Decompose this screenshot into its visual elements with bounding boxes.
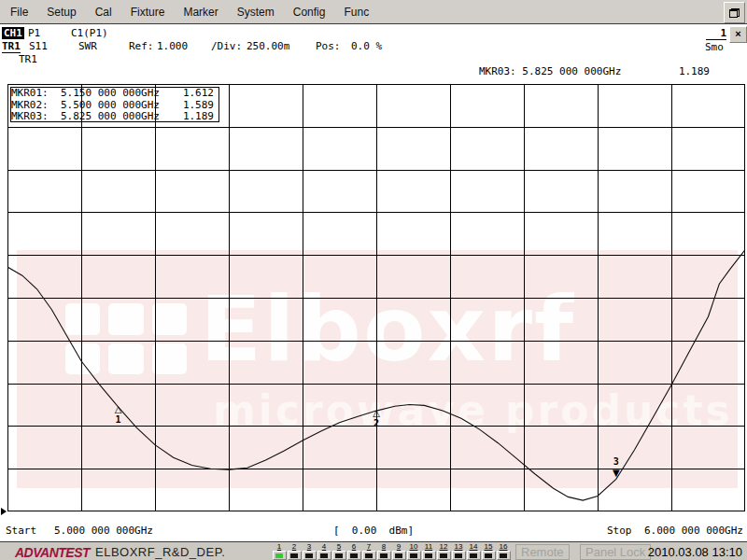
channel-8-button[interactable] xyxy=(377,551,391,560)
channel-14-button[interactable] xyxy=(467,551,481,560)
channel-9-light-icon xyxy=(395,553,402,558)
channel-2-light-icon xyxy=(290,553,298,558)
channel-2[interactable]: 2 xyxy=(287,542,302,560)
menu-item-system[interactable]: System xyxy=(234,4,277,21)
marker-2-number: 2 xyxy=(371,419,382,428)
grid-and-trace xyxy=(7,84,745,511)
menu-item-marker[interactable]: Marker xyxy=(180,4,220,21)
channel-12-number: 12 xyxy=(440,543,448,551)
menu-bar: FileSetupCalFixtureMarkerSystemConfigFun… xyxy=(0,0,747,24)
marker-3-icon[interactable]: ▼ xyxy=(611,469,622,478)
menu-item-cal[interactable]: Cal xyxy=(92,4,115,21)
channel-13-light-icon xyxy=(455,553,462,558)
trace-name-label: TR1 xyxy=(19,53,37,65)
menu-item-config[interactable]: Config xyxy=(290,4,329,21)
port-label: P1 xyxy=(28,27,40,39)
restore-window-icon xyxy=(729,8,740,18)
channel-6-number: 6 xyxy=(352,543,356,551)
channel-12[interactable]: 12 xyxy=(436,542,451,560)
channel-11-button[interactable] xyxy=(422,551,436,560)
marker-table: MKR01: 5.150 000 000GHz1.612MKR02: 5.500… xyxy=(10,87,219,122)
channel-15[interactable]: 15 xyxy=(481,542,496,560)
channel-5-light-icon xyxy=(335,553,343,558)
channel-12-button[interactable] xyxy=(437,551,451,560)
format-label: SWR xyxy=(78,40,97,52)
channel-5-number: 5 xyxy=(337,543,341,551)
graticule-area[interactable]: Elboxrf microwave products △1△2▼3 xyxy=(7,84,745,511)
channel-6-button[interactable] xyxy=(347,551,361,560)
menu-item-fixture[interactable]: Fixture xyxy=(128,4,168,21)
marker-3-number: 3 xyxy=(611,457,622,467)
channel-4[interactable]: 4 xyxy=(317,542,331,560)
channel-4-light-icon xyxy=(320,553,328,558)
channel-10-button[interactable] xyxy=(407,551,421,560)
channel-3[interactable]: 3 xyxy=(302,542,317,560)
cal-label: C1(P1) xyxy=(71,27,108,39)
channel-11-number: 11 xyxy=(425,543,432,551)
power-level: [ 0.00 dBm] xyxy=(333,525,414,537)
channel-15-button[interactable] xyxy=(482,551,496,560)
pos-value: 0.0 % xyxy=(351,40,382,52)
channel-11[interactable]: 11 xyxy=(421,542,436,560)
channel-7[interactable]: 7 xyxy=(361,542,376,560)
channel-8-number: 8 xyxy=(382,543,386,551)
channel-8[interactable]: 8 xyxy=(376,542,391,560)
channel-badge[interactable]: CH1 xyxy=(2,27,24,39)
menu-item-setup[interactable]: Setup xyxy=(44,4,78,21)
channel-12-light-icon xyxy=(440,553,447,558)
menu-item-func[interactable]: Func xyxy=(341,4,372,21)
channel-15-number: 15 xyxy=(485,543,493,551)
stop-value: 6.000 000 000GHz xyxy=(644,525,743,537)
channel-indicators: 12345678910111213141516 xyxy=(272,542,511,560)
pos-label: Pos: xyxy=(316,40,341,52)
menu-item-file[interactable]: File xyxy=(7,4,31,21)
channel-14[interactable]: 14 xyxy=(466,542,481,560)
marker-1-number: 1 xyxy=(113,415,124,425)
channel-6[interactable]: 6 xyxy=(346,542,361,560)
active-marker-readout: MKR03: 5.825 000 000GHz 1.189 xyxy=(0,65,747,78)
channel-2-number: 2 xyxy=(292,543,296,551)
channel-11-light-icon xyxy=(425,553,432,558)
div-value: 250.00m xyxy=(247,40,289,52)
start-label: Start xyxy=(6,525,36,537)
channel-13-button[interactable] xyxy=(452,551,466,560)
channel-9-button[interactable] xyxy=(392,551,406,560)
advantest-logo: ADVANTEST xyxy=(15,545,90,560)
channel-2-button[interactable] xyxy=(288,551,302,560)
vna-screen: { "menu": {"items": ["File","Setup","Cal… xyxy=(0,0,747,560)
close-icon: × xyxy=(735,28,740,39)
marker-2-icon[interactable]: △ xyxy=(371,409,382,418)
channel-9-number: 9 xyxy=(397,543,401,551)
channel-5-button[interactable] xyxy=(332,551,346,560)
channel-9[interactable]: 9 xyxy=(391,542,406,560)
channel-4-button[interactable] xyxy=(317,551,331,560)
marker-table-row: MKR03: 5.825 000 000GHz1.189 xyxy=(11,111,218,122)
channel-1-button[interactable] xyxy=(273,551,287,560)
marker-1-icon[interactable]: △ xyxy=(113,405,124,414)
marker-table-row: MKR01: 5.150 000 000GHz1.612 xyxy=(11,88,218,100)
channel-3-light-icon xyxy=(305,553,313,558)
channel-6-light-icon xyxy=(350,553,358,558)
remote-indicator: Remote xyxy=(515,544,570,560)
restore-window-button[interactable] xyxy=(724,2,745,23)
channel-1[interactable]: 1 xyxy=(272,542,287,560)
channel-16-button[interactable] xyxy=(497,551,511,560)
ref-value: 1.000 xyxy=(157,40,188,52)
close-trace-button[interactable]: × xyxy=(729,26,747,43)
channel-1-number: 1 xyxy=(277,543,281,551)
trace-number-indicator: 1 xyxy=(706,27,726,40)
channel-5[interactable]: 5 xyxy=(331,542,346,560)
channel-10[interactable]: 10 xyxy=(406,542,421,560)
trace-badge[interactable]: TR1 xyxy=(2,40,21,53)
channel-16[interactable]: 16 xyxy=(496,542,511,560)
smoothing-indicator: Smo xyxy=(705,41,724,53)
channel-13[interactable]: 13 xyxy=(451,542,466,560)
channel-3-button[interactable] xyxy=(303,551,317,560)
reference-level-icon xyxy=(1,508,7,515)
channel-16-number: 16 xyxy=(500,543,508,551)
active-marker-value: 1.189 xyxy=(665,65,710,77)
start-value: 5.000 000 000GHz xyxy=(54,525,153,537)
stop-label: Stop xyxy=(607,525,632,537)
sparam-label: S11 xyxy=(29,40,48,52)
channel-7-button[interactable] xyxy=(362,551,376,560)
